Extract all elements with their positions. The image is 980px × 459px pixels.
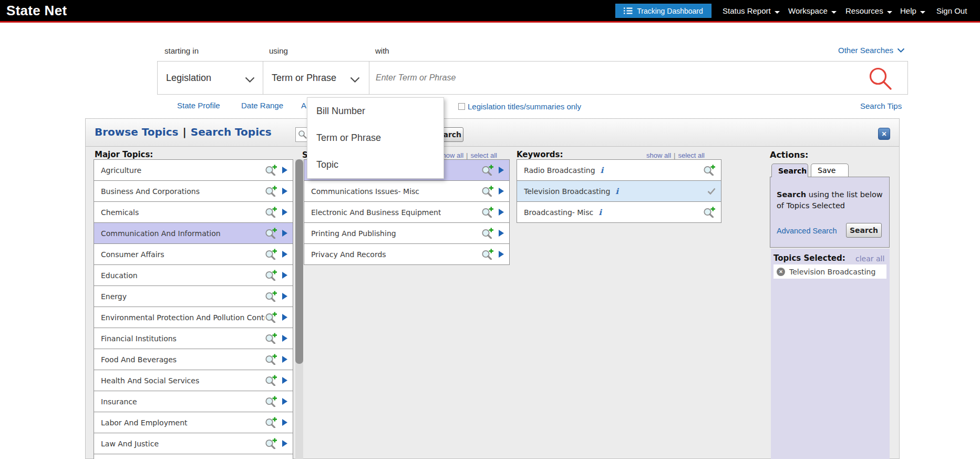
sub-topic-row[interactable]: Communications Issues- Misc [304,180,510,202]
date-range-link[interactable]: Date Range [241,101,283,110]
expand-topic-icon[interactable] [282,377,287,384]
tracking-dashboard-button[interactable]: Tracking Dashboard [615,4,711,18]
info-icon[interactable]: i [615,187,618,196]
nav-workspace[interactable]: Workspace [788,6,837,15]
expand-topic-icon[interactable] [282,293,287,300]
sub-topic-row[interactable]: Privacy And Records [304,243,510,265]
info-icon[interactable]: i [601,166,604,175]
clear-all-link[interactable]: clear all [855,254,884,263]
sub-topic-row[interactable]: Electronic And Business Equipment [304,201,510,223]
expand-topic-icon[interactable] [282,272,287,279]
method-select[interactable]: Term or Phrase [263,62,369,94]
expand-topic-icon[interactable] [282,209,287,216]
expand-topic-icon[interactable] [499,230,504,237]
major-topic-row[interactable]: Communication And Information [94,222,293,244]
expand-topic-icon[interactable] [282,335,287,342]
scope-select[interactable]: Legislation [158,62,263,94]
major-topic-row[interactable]: Financial Institutions [94,328,293,349]
nav-help[interactable]: Help [900,6,925,15]
search-tips-link[interactable]: Search Tips [860,101,902,110]
add-to-search-icon[interactable] [481,207,494,218]
tab-save[interactable]: Save [811,164,849,177]
browse-topics-toggle[interactable]: Browse Topics [95,126,178,138]
sub-topic-row[interactable]: Printing And Publishing [304,222,510,244]
add-to-search-icon[interactable] [265,270,277,281]
major-topic-row[interactable]: Health And Social Services [94,370,293,391]
add-to-search-icon[interactable] [265,249,277,260]
add-to-search-icon[interactable] [481,165,494,176]
search-topics-toggle[interactable]: Search Topics [191,126,272,138]
keyword-row[interactable]: Television Broadcastingi [517,180,721,202]
term-input[interactable] [369,62,863,94]
major-topics-scrollbar[interactable] [295,159,303,459]
tab-search[interactable]: Search [771,164,808,177]
expand-topic-icon[interactable] [282,419,287,426]
add-to-search-icon[interactable] [703,165,716,176]
expand-topic-icon[interactable] [282,230,287,237]
major-topic-row[interactable]: Agriculture [94,159,293,181]
add-to-search-icon[interactable] [265,228,277,239]
scrollbar-thumb[interactable] [295,159,303,364]
add-to-search-icon[interactable] [481,186,494,197]
add-to-search-icon[interactable] [265,165,277,176]
state-profile-link[interactable]: State Profile [177,101,220,110]
select-all-link[interactable]: select all [678,151,705,159]
major-topic-row[interactable]: Chemicals [94,201,293,223]
expand-topic-icon[interactable] [282,398,287,405]
add-to-search-icon[interactable] [265,207,277,218]
add-to-search-icon[interactable] [265,312,277,323]
info-icon[interactable]: i [599,208,602,217]
major-topic-row[interactable]: Insurance [94,391,293,412]
expand-topic-icon[interactable] [499,167,504,174]
add-to-search-icon[interactable] [265,396,277,407]
expand-topic-icon[interactable] [282,167,287,174]
add-to-search-icon[interactable] [265,186,277,197]
add-to-search-icon[interactable] [265,354,277,365]
add-to-search-icon[interactable] [265,438,277,449]
expand-topic-icon[interactable] [282,314,287,321]
major-topic-row[interactable]: Food And Beverages [94,349,293,370]
add-to-search-icon[interactable] [265,291,277,302]
expand-topic-icon[interactable] [499,209,504,216]
close-icon[interactable]: ✕ [878,128,890,140]
major-topic-row[interactable]: Law And Justice [94,433,293,454]
expand-topic-icon[interactable] [499,188,504,195]
show-all-link[interactable]: show all [646,151,671,159]
expand-topic-icon[interactable] [282,440,287,447]
add-to-search-icon[interactable] [265,417,277,428]
menu-item-topic[interactable]: Topic [307,151,443,178]
major-topic-row[interactable]: Education [94,264,293,286]
major-topic-row[interactable]: Consumer Affairs [94,243,293,265]
actions-search-button[interactable]: Search [846,223,882,238]
select-all-link[interactable]: select all [470,151,497,159]
add-to-search-icon[interactable] [481,228,494,239]
expand-topic-icon[interactable] [282,251,287,258]
titles-only-checkbox[interactable] [458,103,465,110]
major-topic-row[interactable]: Business And Corporations [94,180,293,202]
add-to-search-icon[interactable] [703,207,716,218]
major-topic-row[interactable]: Politics And Government [94,454,293,459]
partially-hidden-link[interactable]: A [301,101,306,110]
advanced-search-link[interactable]: Advanced Search [777,227,837,235]
keyword-row[interactable]: Radio Broadcastingi [517,159,721,181]
expand-topic-icon[interactable] [499,251,504,258]
major-topic-row[interactable]: Energy [94,285,293,307]
expand-topic-icon[interactable] [282,188,287,195]
nav-sign-out[interactable]: Sign Out [936,6,967,15]
menu-item-term-or-phrase[interactable]: Term or Phrase [307,125,443,151]
remove-topic-icon[interactable]: ✕ [777,268,785,276]
menu-item-bill-number[interactable]: Bill Number [307,98,443,125]
add-to-search-icon[interactable] [265,375,277,386]
add-to-search-icon[interactable] [481,249,494,260]
search-submit-icon[interactable] [868,66,893,94]
titles-only-label[interactable]: Legislation titles/summaries only [468,102,581,111]
major-topic-row[interactable]: Environmental Protection And Pollution C… [94,307,293,328]
other-searches-link[interactable]: Other Searches [838,46,905,55]
expand-topic-icon[interactable] [282,356,287,363]
major-topic-row[interactable]: Labor And Employment [94,412,293,433]
nav-resources[interactable]: Resources [845,6,892,15]
major-topics-list: AgricultureBusiness And CorporationsChem… [94,159,293,459]
keyword-row[interactable]: Broadcasting- Misci [517,201,721,223]
add-to-search-icon[interactable] [265,333,277,344]
nav-status-report[interactable]: Status Report [723,6,780,15]
